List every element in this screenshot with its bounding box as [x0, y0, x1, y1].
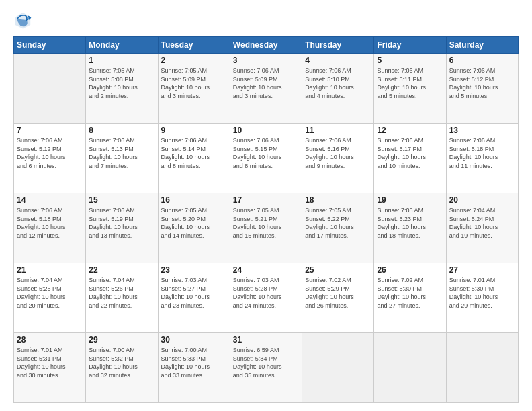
calendar-cell: 20Sunrise: 7:04 AM Sunset: 5:24 PM Dayli…	[446, 193, 518, 263]
day-number: 10	[233, 126, 299, 135]
day-info: Sunrise: 7:04 AM Sunset: 5:26 PM Dayligh…	[89, 276, 154, 310]
logo-icon	[13, 11, 32, 30]
day-number: 1	[89, 56, 154, 65]
calendar-cell: 1Sunrise: 7:05 AM Sunset: 5:08 PM Daylig…	[86, 54, 158, 124]
day-info: Sunrise: 7:06 AM Sunset: 5:12 PM Dayligh…	[17, 136, 83, 170]
calendar-cell: 3Sunrise: 7:06 AM Sunset: 5:09 PM Daylig…	[230, 54, 302, 124]
day-number: 27	[449, 265, 515, 275]
day-info: Sunrise: 7:03 AM Sunset: 5:28 PM Dayligh…	[233, 276, 299, 310]
day-number: 9	[161, 126, 227, 135]
day-number: 5	[377, 56, 443, 65]
day-number: 24	[233, 265, 299, 275]
day-info: Sunrise: 7:06 AM Sunset: 5:09 PM Dayligh…	[233, 66, 299, 100]
day-info: Sunrise: 7:06 AM Sunset: 5:16 PM Dayligh…	[305, 136, 371, 170]
day-number: 22	[89, 265, 154, 275]
day-info: Sunrise: 7:02 AM Sunset: 5:30 PM Dayligh…	[377, 276, 443, 310]
calendar-cell: 10Sunrise: 7:06 AM Sunset: 5:15 PM Dayli…	[230, 124, 302, 193]
day-info: Sunrise: 7:04 AM Sunset: 5:24 PM Dayligh…	[449, 206, 515, 240]
day-info: Sunrise: 7:04 AM Sunset: 5:25 PM Dayligh…	[17, 276, 83, 310]
calendar-table: SundayMondayTuesdayWednesdayThursdayFrid…	[13, 36, 519, 403]
day-info: Sunrise: 7:06 AM Sunset: 5:14 PM Dayligh…	[161, 136, 227, 170]
calendar-cell	[302, 333, 374, 403]
calendar-cell: 29Sunrise: 7:00 AM Sunset: 5:32 PM Dayli…	[86, 333, 158, 403]
logo	[13, 11, 35, 30]
calendar-week-row: 28Sunrise: 7:01 AM Sunset: 5:31 PM Dayli…	[14, 333, 519, 403]
page: SundayMondayTuesdayWednesdayThursdayFrid…	[0, 0, 532, 411]
day-header-monday: Monday	[86, 37, 158, 54]
calendar-header-row: SundayMondayTuesdayWednesdayThursdayFrid…	[14, 37, 519, 54]
day-info: Sunrise: 7:00 AM Sunset: 5:32 PM Dayligh…	[89, 346, 154, 379]
day-number: 16	[161, 195, 227, 205]
calendar-cell	[446, 333, 518, 403]
calendar-cell: 15Sunrise: 7:06 AM Sunset: 5:19 PM Dayli…	[86, 193, 158, 263]
day-number: 26	[377, 265, 443, 275]
calendar-cell: 8Sunrise: 7:06 AM Sunset: 5:13 PM Daylig…	[86, 124, 158, 193]
calendar-cell: 25Sunrise: 7:02 AM Sunset: 5:29 PM Dayli…	[302, 263, 374, 333]
calendar-cell: 2Sunrise: 7:05 AM Sunset: 5:09 PM Daylig…	[158, 54, 230, 124]
day-number: 31	[233, 335, 299, 345]
calendar-cell: 13Sunrise: 7:06 AM Sunset: 5:18 PM Dayli…	[446, 124, 518, 193]
calendar-week-row: 1Sunrise: 7:05 AM Sunset: 5:08 PM Daylig…	[14, 54, 519, 124]
calendar-cell: 28Sunrise: 7:01 AM Sunset: 5:31 PM Dayli…	[14, 333, 86, 403]
day-number: 18	[305, 195, 371, 205]
day-number: 29	[89, 335, 154, 345]
calendar-week-row: 7Sunrise: 7:06 AM Sunset: 5:12 PM Daylig…	[14, 124, 519, 193]
day-number: 3	[233, 56, 299, 65]
day-header-saturday: Saturday	[446, 37, 518, 54]
calendar-cell: 19Sunrise: 7:05 AM Sunset: 5:23 PM Dayli…	[374, 193, 446, 263]
day-info: Sunrise: 7:05 AM Sunset: 5:08 PM Dayligh…	[89, 66, 154, 100]
day-info: Sunrise: 7:06 AM Sunset: 5:13 PM Dayligh…	[89, 136, 154, 170]
day-number: 14	[17, 195, 83, 205]
day-info: Sunrise: 7:00 AM Sunset: 5:33 PM Dayligh…	[161, 346, 227, 379]
day-info: Sunrise: 7:05 AM Sunset: 5:22 PM Dayligh…	[305, 206, 371, 240]
calendar-cell: 11Sunrise: 7:06 AM Sunset: 5:16 PM Dayli…	[302, 124, 374, 193]
calendar-cell: 14Sunrise: 7:06 AM Sunset: 5:18 PM Dayli…	[14, 193, 86, 263]
day-number: 2	[161, 56, 227, 65]
day-number: 25	[305, 265, 371, 275]
day-info: Sunrise: 7:06 AM Sunset: 5:19 PM Dayligh…	[89, 206, 154, 240]
day-info: Sunrise: 7:01 AM Sunset: 5:30 PM Dayligh…	[449, 276, 515, 310]
day-info: Sunrise: 7:06 AM Sunset: 5:18 PM Dayligh…	[17, 206, 83, 240]
calendar-cell: 16Sunrise: 7:05 AM Sunset: 5:20 PM Dayli…	[158, 193, 230, 263]
day-info: Sunrise: 7:06 AM Sunset: 5:11 PM Dayligh…	[377, 66, 443, 100]
calendar-cell: 26Sunrise: 7:02 AM Sunset: 5:30 PM Dayli…	[374, 263, 446, 333]
day-info: Sunrise: 7:02 AM Sunset: 5:29 PM Dayligh…	[305, 276, 371, 310]
day-header-wednesday: Wednesday	[230, 37, 302, 54]
day-info: Sunrise: 6:59 AM Sunset: 5:34 PM Dayligh…	[233, 346, 299, 379]
calendar-cell: 31Sunrise: 6:59 AM Sunset: 5:34 PM Dayli…	[230, 333, 302, 403]
day-info: Sunrise: 7:05 AM Sunset: 5:21 PM Dayligh…	[233, 206, 299, 240]
day-number: 19	[377, 195, 443, 205]
day-number: 11	[305, 126, 371, 135]
calendar-cell: 30Sunrise: 7:00 AM Sunset: 5:33 PM Dayli…	[158, 333, 230, 403]
day-number: 20	[449, 195, 515, 205]
day-number: 8	[89, 126, 154, 135]
day-info: Sunrise: 7:06 AM Sunset: 5:15 PM Dayligh…	[233, 136, 299, 170]
day-info: Sunrise: 7:05 AM Sunset: 5:09 PM Dayligh…	[161, 66, 227, 100]
header	[13, 11, 519, 30]
day-header-sunday: Sunday	[14, 37, 86, 54]
day-number: 6	[449, 56, 515, 65]
day-number: 7	[17, 126, 83, 135]
calendar-cell: 21Sunrise: 7:04 AM Sunset: 5:25 PM Dayli…	[14, 263, 86, 333]
calendar-cell: 6Sunrise: 7:06 AM Sunset: 5:12 PM Daylig…	[446, 54, 518, 124]
calendar-cell: 4Sunrise: 7:06 AM Sunset: 5:10 PM Daylig…	[302, 54, 374, 124]
calendar-cell	[374, 333, 446, 403]
day-number: 30	[161, 335, 227, 345]
calendar-cell: 23Sunrise: 7:03 AM Sunset: 5:27 PM Dayli…	[158, 263, 230, 333]
day-number: 17	[233, 195, 299, 205]
day-number: 15	[89, 195, 154, 205]
calendar-cell: 7Sunrise: 7:06 AM Sunset: 5:12 PM Daylig…	[14, 124, 86, 193]
calendar-cell: 5Sunrise: 7:06 AM Sunset: 5:11 PM Daylig…	[374, 54, 446, 124]
day-header-tuesday: Tuesday	[158, 37, 230, 54]
day-info: Sunrise: 7:01 AM Sunset: 5:31 PM Dayligh…	[17, 346, 83, 379]
calendar-cell: 9Sunrise: 7:06 AM Sunset: 5:14 PM Daylig…	[158, 124, 230, 193]
day-number: 4	[305, 56, 371, 65]
day-info: Sunrise: 7:03 AM Sunset: 5:27 PM Dayligh…	[161, 276, 227, 310]
calendar-cell: 22Sunrise: 7:04 AM Sunset: 5:26 PM Dayli…	[86, 263, 158, 333]
day-info: Sunrise: 7:06 AM Sunset: 5:17 PM Dayligh…	[377, 136, 443, 170]
day-info: Sunrise: 7:05 AM Sunset: 5:23 PM Dayligh…	[377, 206, 443, 240]
calendar-cell: 17Sunrise: 7:05 AM Sunset: 5:21 PM Dayli…	[230, 193, 302, 263]
day-number: 13	[449, 126, 515, 135]
day-info: Sunrise: 7:06 AM Sunset: 5:12 PM Dayligh…	[449, 66, 515, 100]
calendar-cell: 18Sunrise: 7:05 AM Sunset: 5:22 PM Dayli…	[302, 193, 374, 263]
